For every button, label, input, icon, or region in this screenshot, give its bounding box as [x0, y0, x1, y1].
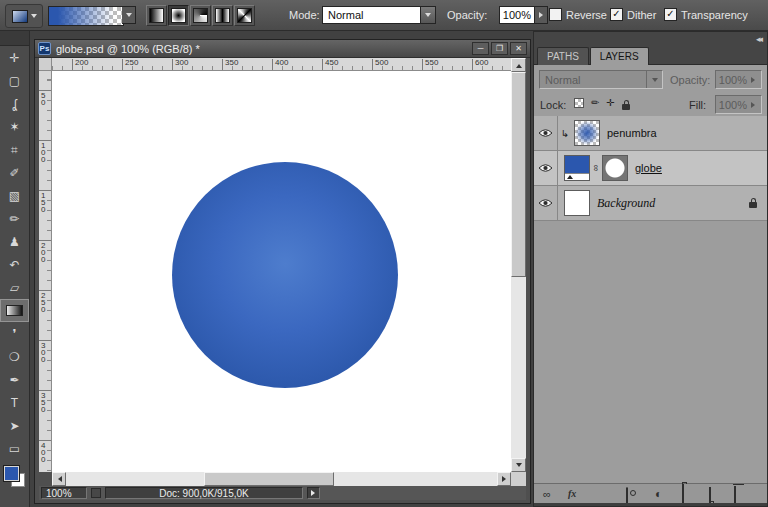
status-icon	[91, 488, 101, 498]
dropdown-arrow-button[interactable]	[420, 7, 435, 23]
path-selection-icon: ➤	[9, 419, 19, 433]
layer-mask-thumbnail[interactable]	[602, 155, 628, 181]
reverse-checkbox[interactable]: Reverse	[549, 8, 607, 21]
layer-opacity-field[interactable]: 100%	[715, 70, 762, 89]
lock-pixels-button[interactable]: ✏	[591, 97, 599, 109]
layer-style-button[interactable]: fx	[568, 488, 576, 499]
visibility-toggle[interactable]	[534, 186, 558, 220]
new-group-button[interactable]	[682, 485, 684, 503]
layer-name[interactable]: penumbra	[607, 127, 657, 139]
canvas[interactable]	[52, 71, 511, 472]
color-swatches[interactable]	[4, 466, 25, 487]
dropdown-arrow-button[interactable]	[646, 71, 662, 88]
opacity-value: 100%	[503, 9, 531, 21]
mode-label: Mode:	[289, 9, 320, 21]
layer-blend-mode-select[interactable]: Normal	[539, 70, 663, 89]
tool-healing-brush[interactable]: ▧	[0, 184, 29, 207]
layer-name[interactable]: globe	[635, 162, 662, 174]
document-size-field[interactable]: Doc: 900,0K/915,0K	[105, 487, 303, 499]
ruler-label: 300	[175, 59, 188, 67]
tool-shape[interactable]: ▭	[0, 437, 29, 460]
tab-layers[interactable]: LAYERS	[590, 47, 649, 65]
close-button[interactable]: ✕	[510, 42, 527, 55]
ruler-label: 600	[475, 59, 488, 67]
tool-brush[interactable]: ✏	[0, 207, 29, 230]
tool-rectangular-marquee[interactable]: ▢	[0, 69, 29, 92]
tool-blur[interactable]: ❜	[0, 322, 29, 345]
zoom-level-field[interactable]: 100%	[41, 487, 87, 499]
blend-mode-select[interactable]: Normal	[322, 6, 436, 24]
move-icon: ✛	[9, 51, 19, 65]
padlock-icon	[622, 104, 630, 110]
tool-type[interactable]: T	[0, 391, 29, 414]
layer-thumbnail[interactable]	[564, 155, 590, 181]
scroll-left-button[interactable]	[52, 472, 66, 486]
horizontal-scroll-thumb[interactable]	[204, 472, 334, 486]
visibility-toggle[interactable]	[534, 151, 558, 185]
layer-thumbnail[interactable]	[574, 120, 600, 146]
checkbox-box: ✓	[664, 8, 677, 21]
tool-eyedropper[interactable]: ✐	[0, 161, 29, 184]
vertical-scrollbar[interactable]	[511, 58, 526, 472]
opacity-field[interactable]: 100%	[499, 6, 535, 24]
vertical-scroll-thumb[interactable]	[511, 72, 526, 277]
ruler-corner[interactable]	[39, 58, 52, 71]
layer-row-globe[interactable]: ∞ globe	[534, 151, 767, 186]
scroll-down-button[interactable]	[511, 458, 526, 472]
restore-button[interactable]: ❐	[491, 42, 508, 55]
tool-clone-stamp[interactable]: ♟	[0, 230, 29, 253]
layer-row-pen[interactable]: ↳ penumbra	[534, 116, 767, 151]
collapse-dock-button[interactable]: ◂◂	[756, 34, 761, 44]
dodge-icon: ❍	[9, 350, 20, 364]
tab-paths[interactable]: PATHS	[537, 47, 589, 65]
tool-gradient[interactable]	[0, 299, 29, 322]
tool-history-brush[interactable]: ↶	[0, 253, 29, 276]
chevron-down-icon	[126, 13, 132, 20]
dither-checkbox[interactable]: ✓ Dither	[610, 8, 656, 21]
ruler-label: 250	[125, 59, 138, 67]
tool-pen[interactable]: ✒	[0, 368, 29, 391]
delete-layer-button[interactable]	[734, 486, 736, 504]
layer-row-background[interactable]: Background	[534, 186, 767, 221]
gradient-picker-arrow-button[interactable]	[122, 6, 136, 24]
dock-footer	[534, 503, 767, 506]
layer-thumbnail[interactable]	[564, 190, 590, 216]
tool-eraser[interactable]: ▱	[0, 276, 29, 299]
scroll-up-button[interactable]	[511, 58, 526, 72]
lock-position-button[interactable]: ✛	[606, 97, 614, 109]
visibility-toggle[interactable]	[534, 116, 558, 150]
minimize-button[interactable]: ─	[472, 42, 489, 55]
tool-crop[interactable]: ⌗	[0, 138, 29, 161]
status-options-arrow-button[interactable]	[307, 487, 320, 499]
tool-preset-button[interactable]	[5, 4, 43, 28]
layer-fill-field[interactable]: 100%	[715, 95, 762, 114]
reflected-gradient-type-button[interactable]	[212, 5, 233, 26]
transparency-checkbox[interactable]: ✓ Transparency	[664, 8, 748, 21]
layer-opacity-label: Opacity:	[670, 74, 710, 86]
tool-lasso[interactable]: ʆ	[0, 92, 29, 115]
layer-name[interactable]: Background	[597, 196, 655, 211]
vertical-ruler[interactable]: 50 100 150 200 250 300 350 400	[39, 71, 52, 472]
tool-magic-wand[interactable]: ✶	[0, 115, 29, 138]
foreground-color-swatch[interactable]	[4, 466, 19, 481]
tool-path-selection[interactable]: ➤	[0, 414, 29, 437]
linear-gradient-type-button[interactable]	[146, 5, 167, 26]
scroll-right-button[interactable]	[497, 472, 511, 486]
opacity-slider-button[interactable]	[535, 6, 548, 24]
lock-transparency-button[interactable]	[574, 98, 584, 108]
gradient-preview-swatch[interactable]	[48, 6, 124, 26]
tool-dodge[interactable]: ❍	[0, 345, 29, 368]
tool-move[interactable]: ✛	[0, 46, 29, 69]
horizontal-scrollbar[interactable]	[52, 472, 511, 486]
lock-all-button[interactable]	[622, 101, 630, 113]
toolbox-grip[interactable]	[0, 31, 29, 46]
angle-gradient-type-button[interactable]	[190, 5, 211, 26]
link-layers-button[interactable]: ∞	[543, 488, 551, 500]
radial-gradient-type-button[interactable]	[168, 5, 189, 26]
horizontal-ruler[interactable]: 200 250 300 350 400 450 500 550 600	[52, 58, 511, 71]
diamond-gradient-type-button[interactable]	[234, 5, 255, 26]
chevron-right-icon	[751, 102, 758, 108]
document-titlebar[interactable]: Ps globe.psd @ 100% (RGB/8) * ─ ❐ ✕	[35, 40, 530, 58]
ruler-label: 400	[41, 442, 49, 463]
new-adjustment-layer-button[interactable]: ◐	[655, 487, 662, 501]
